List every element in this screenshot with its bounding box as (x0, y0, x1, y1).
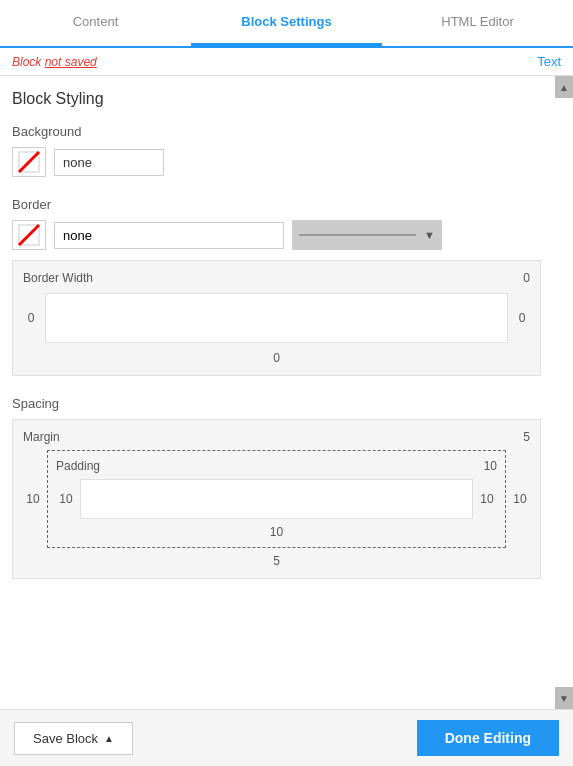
margin-label: Margin (23, 430, 60, 444)
padding-label: Padding (56, 459, 100, 473)
section-title: Block Styling (12, 90, 541, 108)
margin-bottom-value: 5 (23, 554, 530, 568)
margin-header: Margin 5 (23, 430, 530, 444)
border-bottom-value: 0 (23, 351, 530, 365)
margin-right-value: 10 (510, 492, 530, 506)
padding-box: Padding 10 10 10 10 (47, 450, 506, 548)
no-color-icon (17, 150, 41, 174)
padding-inner-box (80, 479, 473, 519)
padding-center-row: 10 10 (56, 479, 497, 519)
border-color-swatch[interactable] (12, 220, 46, 250)
tab-block-settings[interactable]: Block Settings (191, 0, 382, 46)
padding-left-value: 10 (56, 492, 76, 506)
border-right-value: 0 (514, 311, 530, 325)
scroll-up-icon: ▲ (559, 82, 569, 93)
done-editing-button[interactable]: Done Editing (417, 720, 559, 756)
background-section: Background (12, 124, 541, 177)
done-editing-label: Done Editing (445, 730, 531, 746)
border-row: ▼ (12, 220, 541, 250)
border-left-value: 0 (23, 311, 39, 325)
border-value-input[interactable] (55, 223, 283, 248)
not-saved-text: not saved (45, 55, 97, 69)
spacing-label: Spacing (12, 396, 541, 411)
scroll-down-icon: ▼ (559, 693, 569, 704)
status-bar: Block not saved Text (0, 48, 573, 76)
scroll-up-button[interactable]: ▲ (555, 76, 573, 98)
spacing-section: Spacing Margin 5 10 Padding 10 (12, 396, 541, 579)
border-width-inner-box (45, 293, 508, 343)
save-arrow-icon: ▲ (104, 733, 114, 744)
block-type-label: Text (537, 54, 561, 69)
no-color-border-icon (17, 223, 41, 247)
margin-left-value: 10 (23, 492, 43, 506)
border-width-header: Border Width 0 (23, 271, 530, 285)
background-value-input[interactable] (54, 149, 164, 176)
margin-center-row: 10 Padding 10 10 10 10 (23, 450, 530, 548)
main-content: ▲ Block Styling Background Border (0, 76, 573, 709)
background-row (12, 147, 541, 177)
border-value-input-wrap[interactable] (54, 222, 284, 249)
border-style-dropdown[interactable]: ▼ (292, 220, 442, 250)
scroll-down-button[interactable]: ▼ (555, 687, 573, 709)
padding-value: 10 (484, 459, 497, 473)
tab-bar: Content Block Settings HTML Editor (0, 0, 573, 48)
save-block-button[interactable]: Save Block ▲ (14, 722, 133, 755)
background-color-swatch[interactable] (12, 147, 46, 177)
border-section: Border ▼ Border Wi (12, 197, 541, 376)
margin-box: Margin 5 10 Padding 10 10 10 (12, 419, 541, 579)
padding-bottom-value: 10 (56, 525, 497, 539)
tab-content[interactable]: Content (0, 0, 191, 46)
not-saved-status: Block not saved (12, 55, 97, 69)
footer: Save Block ▲ Done Editing (0, 709, 573, 766)
border-width-center-row: 0 0 (23, 293, 530, 343)
tab-html-editor[interactable]: HTML Editor (382, 0, 573, 46)
margin-value: 5 (523, 430, 530, 444)
padding-right-value: 10 (477, 492, 497, 506)
dropdown-arrow-icon: ▼ (424, 229, 435, 241)
save-block-label: Save Block (33, 731, 98, 746)
border-label: Border (12, 197, 541, 212)
border-width-value: 0 (523, 271, 530, 285)
padding-header: Padding 10 (56, 459, 497, 473)
border-style-line (299, 234, 416, 236)
border-width-label: Border Width (23, 271, 93, 285)
border-width-panel: Border Width 0 0 0 0 (12, 260, 541, 376)
background-label: Background (12, 124, 541, 139)
